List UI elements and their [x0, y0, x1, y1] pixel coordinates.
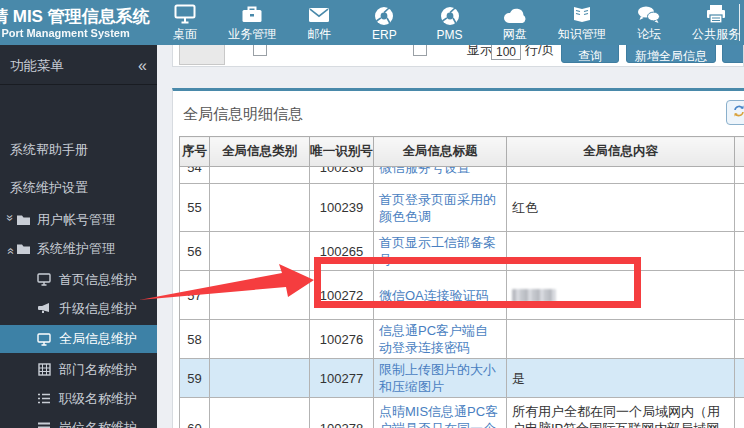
add-global-info-button[interactable]: 新增全局信息: [626, 45, 716, 63]
nav-item-netdisk[interactable]: 网盘: [493, 2, 537, 43]
app-title: 晴 MIS 管理信息系统: [0, 7, 163, 27]
app-brand: 晴 MIS 管理信息系统 S Port Managment System: [0, 5, 163, 39]
cloud-icon: [503, 4, 527, 24]
sidebar-folder-system-maintenance[interactable]: » 系统维护管理: [0, 235, 157, 263]
col-header-seq: 序号: [180, 137, 210, 167]
nav-item-forum[interactable]: 论坛: [627, 2, 671, 43]
table-row[interactable]: 54 100236 微信服务号设置: [180, 166, 744, 184]
list-icon: [36, 393, 52, 404]
sidebar-item-department-names[interactable]: 部门名称维护: [0, 356, 157, 383]
filter-checkbox[interactable]: [413, 45, 427, 56]
global-info-title-link[interactable]: 首页登录页面采用的颜色色调: [379, 192, 496, 224]
nav-item-public-service[interactable]: 公共服务: [692, 2, 740, 43]
refresh-icon: [732, 104, 744, 122]
nav-item-business[interactable]: 业务管理: [228, 2, 276, 43]
global-info-title-link[interactable]: 首页显示工信部备案号: [379, 235, 496, 267]
monitor-icon: [36, 273, 52, 286]
filter-label-cell: [179, 45, 225, 65]
global-info-title-link[interactable]: 限制上传图片的大小和压缩图片: [379, 362, 496, 394]
top-nav: 桌面 业务管理 邮件 ERP: [163, 0, 740, 45]
app-subtitle: S Port Managment System: [0, 27, 163, 40]
sidebar-item-upgrade-info[interactable]: 升级信息维护: [0, 295, 157, 322]
nav-item-mail[interactable]: 邮件: [297, 2, 341, 43]
table-row-selected[interactable]: 59 100277 限制上传图片的大小和压缩图片 是: [180, 359, 744, 398]
col-header-content: 全局信息内容: [507, 137, 735, 167]
col-header-category: 全局信息类别: [210, 137, 310, 167]
extra-button-cut[interactable]: [722, 45, 744, 63]
sidebar-item-position-names[interactable]: 岗位名称维护: [0, 414, 157, 428]
global-info-table-header: 序号 全局信息类别 唯一识别号 全局信息标题 全局信息内容: [179, 136, 744, 167]
desktop-icon: [174, 4, 196, 24]
list-icon: [36, 422, 52, 428]
global-info-title-link[interactable]: 微信OA连接验证码: [379, 288, 489, 303]
nav-label: PMS: [436, 28, 462, 42]
briefcase-icon: [241, 4, 263, 24]
chevron-down-icon: »: [3, 215, 17, 226]
rows-per-page-label: 显示: [467, 45, 493, 59]
chevron-up-icon: »: [3, 244, 17, 255]
sidebar-menu-title: 功能菜单: [10, 57, 64, 75]
folder-icon: [15, 214, 31, 226]
nav-item-desktop[interactable]: 桌面: [163, 2, 207, 43]
table-row-highlighted-57[interactable]: 57 100272 微信OA连接验证码: [180, 271, 744, 320]
global-info-table-body: 54 100236 微信服务号设置 55 100239 首页登录页面采用的颜色色…: [179, 166, 744, 428]
table-row[interactable]: 55 100239 首页登录页面采用的颜色色调 红色: [180, 184, 744, 232]
table-row[interactable]: 60 100278 点晴MIS信息通PC客户端是否只在同一个局域网内使用 所有用…: [180, 398, 744, 428]
nav-label: 知识管理: [558, 26, 606, 43]
filter-toolbar: 显示 100 行/页 查询 新增全局信息: [172, 45, 744, 67]
refresh-button[interactable]: [726, 100, 744, 125]
rows-per-page-unit: 行/页: [525, 45, 555, 59]
nav-label: 论坛: [637, 26, 661, 43]
col-header-extra: [735, 137, 744, 167]
nav-label: 网盘: [503, 26, 527, 43]
nav-item-pms[interactable]: PMS: [428, 4, 472, 42]
sidebar-item-help-manual[interactable]: 系统帮助手册: [0, 130, 157, 170]
sidebar: 功能菜单 « 系统帮助手册 系统维护设置 » 用户帐号管理 » 系统维护管理: [0, 45, 157, 428]
panel-title: 全局信息明细信息: [183, 105, 303, 124]
global-info-title-link[interactable]: 点晴MIS信息通PC客户端是否只在同一个局域网内使用: [379, 404, 498, 428]
nav-label: 桌面: [173, 26, 197, 43]
nav-item-knowledge[interactable]: 知识管理: [558, 2, 606, 43]
collapse-sidebar-icon[interactable]: «: [138, 58, 147, 74]
nav-label: 业务管理: [228, 26, 276, 43]
table-row[interactable]: 58 100276 信息通PC客户端自动登录连接密码: [180, 320, 744, 359]
monitor-icon: [36, 333, 52, 346]
table-row[interactable]: 56 100265 首页显示工信部备案号: [180, 232, 744, 271]
sidebar-menu-header: 功能菜单 «: [0, 48, 157, 85]
global-info-panel: 全局信息明细信息 序号 全局信息类别 唯一识别号 全局信息标题 全局信息内容: [172, 88, 744, 428]
nav-label: 邮件: [307, 26, 331, 43]
folder-open-icon: [15, 243, 31, 255]
megaphone-icon: [36, 302, 52, 315]
sidebar-item-rank-names[interactable]: 职级名称维护: [0, 385, 157, 412]
sidebar-item-maintenance-settings[interactable]: 系统维护设置: [0, 170, 157, 206]
book-icon: [571, 4, 593, 24]
redacted-content: [512, 289, 556, 302]
rows-per-page-input[interactable]: 100: [491, 45, 521, 60]
nav-label: 公共服务: [692, 26, 740, 43]
top-header: 晴 MIS 管理信息系统 S Port Managment System 桌面 …: [0, 0, 744, 45]
printer-icon: [705, 4, 727, 24]
forum-icon: [637, 4, 660, 24]
sidebar-folder-user-accounts[interactable]: » 用户帐号管理: [0, 206, 157, 234]
filter-checkbox[interactable]: [253, 45, 267, 56]
building-icon: [36, 363, 52, 376]
col-header-uid: 唯一识别号: [310, 137, 374, 167]
mail-icon: [308, 4, 330, 24]
sidebar-item-homepage-info[interactable]: 首页信息维护: [0, 266, 157, 293]
nav-divider: [739, 4, 740, 41]
global-info-title-link[interactable]: 信息通PC客户端自动登录连接密码: [379, 323, 488, 355]
sidebar-item-global-info[interactable]: 全局信息维护: [0, 325, 157, 353]
col-header-title: 全局信息标题: [374, 137, 507, 167]
screen: 晴 MIS 管理信息系统 S Port Managment System 桌面 …: [0, 0, 744, 428]
global-info-title-link[interactable]: 微信服务号设置: [379, 166, 470, 175]
browser-icon: [374, 6, 394, 26]
browser-icon: [440, 6, 460, 26]
query-button[interactable]: 查询: [561, 45, 619, 63]
nav-label: ERP: [372, 28, 397, 42]
nav-item-erp[interactable]: ERP: [362, 4, 406, 42]
